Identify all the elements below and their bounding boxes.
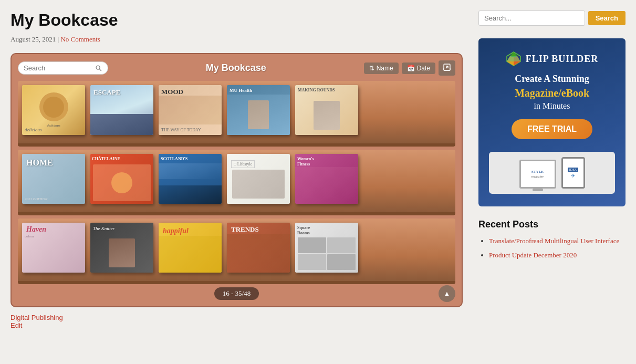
book-scotland[interactable]: SCOTLAND'S [159,154,222,204]
sort-date-button[interactable]: 📅 Date [402,63,435,74]
shelf-books-3: Haven colour The Knitter [22,223,451,273]
sort-date-label: Date [417,65,430,72]
sort-icon: ⇅ [369,65,374,72]
post-meta: August 25, 2021 | No Comments [11,35,463,44]
recent-post-item-1: Translate/Proofread Multilingual User In… [489,236,625,246]
book-lifestyle[interactable]: □ Lifestyle [227,154,290,204]
flip-brand-name: FLIP BUILDER [526,54,599,65]
digital-publishing-link[interactable]: Digital Publishing [11,314,463,321]
svg-line-1 [99,69,101,71]
book-muhealth[interactable]: MU Health [227,85,290,135]
sidebar: Search FLIP BUILDER Create A Stunning Ma… [478,11,625,329]
bookcase-title: My Bookcase [206,63,266,74]
post-date: August 25, 2021 [11,35,56,43]
book-home[interactable]: HOME 2021 EDITION [22,154,85,204]
device-tablet: IDEA ✈ [561,157,585,189]
flip-subtext: in Minutes [489,101,615,111]
bookcase-toolbar: My Bookcase ⇅ Name 📅 Date [18,60,455,76]
flip-subheadline: Magazine/eBook [489,87,615,99]
shelf-row-1: delicious ESCAPE MOOD THE WAY OF TODAY [18,81,455,147]
book-square-rooms[interactable]: SquareRooms [295,223,358,273]
book-knitter[interactable]: The Knitter [90,223,153,273]
svg-point-0 [96,66,100,69]
shelf-books-1: delicious ESCAPE MOOD THE WAY OF TODAY [22,85,451,135]
bookcase-pagination: 16 - 35/48 ▲ [18,287,455,300]
shelf-row-2: HOME 2021 EDITION CHÂTELAINE [18,150,455,215]
svg-marker-7 [507,56,520,61]
recent-post-link-1[interactable]: Translate/Proofread Multilingual User In… [489,237,619,245]
sort-name-button[interactable]: ⇅ Name [364,63,399,74]
recent-posts-title: Recent Posts [478,219,625,230]
device-monitor: STYLE magazine [519,160,556,189]
page-title: My Bookcase [11,11,463,30]
book-trends[interactable]: TRENDS [227,223,290,273]
bookcase-search-wrapper [18,61,108,75]
flip-devices-area: STYLE magazine IDEA ✈ [489,152,615,194]
bookcase-search-input[interactable] [24,64,92,72]
book-womens-fitness[interactable]: Women'sFitness [295,154,358,204]
flip-headline: Create A Stunning [489,73,615,85]
book-happiful[interactable]: happiful [159,223,222,273]
flipbuilder-ad: FLIP BUILDER Create A Stunning Magazine/… [478,38,625,206]
bookcase-widget: My Bookcase ⇅ Name 📅 Date [11,53,463,307]
scroll-top-wrapper: ▲ [439,285,455,302]
sort-name-label: Name [377,65,393,72]
main-content: My Bookcase August 25, 2021 | No Comment… [11,11,463,329]
sidebar-search-button[interactable]: Search [588,11,625,25]
recent-posts-list: Translate/Proofread Multilingual User In… [478,236,625,259]
recent-post-link-2[interactable]: Product Update December 2020 [489,251,577,259]
shelf-books-2: HOME 2021 EDITION CHÂTELAINE [22,154,451,204]
flip-logo-icon [506,51,522,67]
calendar-icon: 📅 [407,65,415,72]
book-mood[interactable]: MOOD THE WAY OF TODAY [159,85,222,135]
scroll-top-button[interactable]: ▲ [439,285,455,302]
pagination-info: 16 - 35/48 [214,287,259,300]
no-comments-link[interactable]: No Comments [60,35,100,43]
post-footer: Digital Publishing Edit [11,314,463,329]
book-haven[interactable]: Haven colour [22,223,85,273]
sidebar-recent-posts: Recent Posts Translate/Proofread Multili… [478,219,625,259]
search-icon [95,65,102,72]
edit-link[interactable]: Edit [11,321,463,329]
book-making-rounds[interactable]: MAKING ROUNDS [295,85,358,135]
sidebar-search-input[interactable] [478,11,585,26]
shelf-row-3: Haven colour The Knitter [18,219,455,284]
bookcase-sort-buttons: ⇅ Name 📅 Date [364,60,455,76]
export-button[interactable] [439,60,455,76]
arrow-up-icon: ▲ [443,289,451,298]
book-delicious[interactable]: delicious [22,85,85,135]
export-icon [443,63,451,71]
flip-trial-button[interactable]: FREE TRIAL [512,119,592,139]
recent-post-item-2: Product Update December 2020 [489,251,625,260]
book-chatelaine[interactable]: CHÂTELAINE [90,154,153,204]
sidebar-search: Search [478,11,625,26]
flip-logo-area: FLIP BUILDER [489,51,615,67]
book-escape[interactable]: ESCAPE [90,85,153,135]
